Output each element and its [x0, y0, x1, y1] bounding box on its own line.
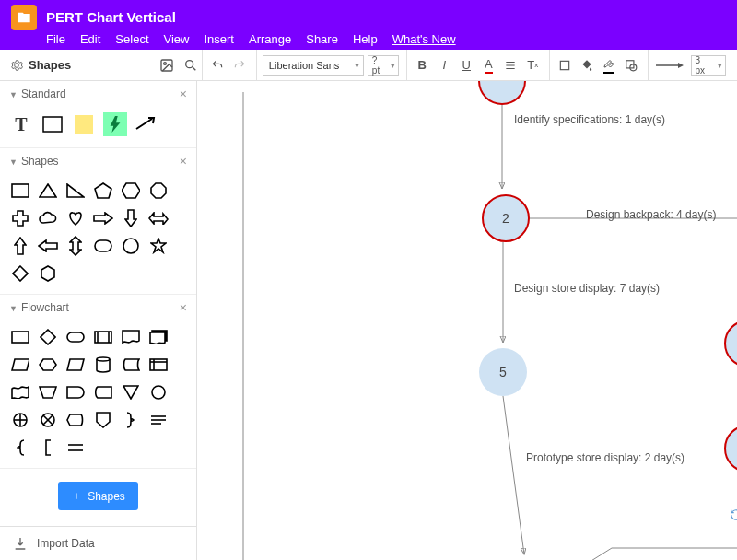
- shape-star[interactable]: [147, 235, 170, 257]
- font-family-select[interactable]: Liberation Sans: [263, 55, 364, 76]
- fc-delay[interactable]: [64, 381, 87, 403]
- std-note-icon[interactable]: [72, 112, 96, 136]
- fc-decision[interactable]: [37, 326, 59, 348]
- search-icon[interactable]: [181, 56, 200, 75]
- fc-storage[interactable]: [120, 354, 142, 376]
- shape-arrow-up[interactable]: [9, 235, 31, 257]
- image-icon[interactable]: [158, 56, 176, 75]
- fc-stored[interactable]: [92, 381, 114, 403]
- bold-icon[interactable]: B: [413, 56, 431, 75]
- fc-hex[interactable]: [37, 354, 59, 376]
- fc-manual-op[interactable]: [37, 381, 59, 403]
- fc-sum[interactable]: [37, 409, 59, 431]
- rotate-handle[interactable]: [730, 508, 737, 521]
- panel-standard-header[interactable]: ▼Standard ×: [0, 81, 196, 107]
- shape-arrow-left[interactable]: [37, 235, 59, 257]
- fc-connector[interactable]: [147, 381, 170, 403]
- shape-arrow-ud[interactable]: [64, 235, 87, 257]
- shape-rect[interactable]: [9, 180, 31, 202]
- fill-bucket-icon[interactable]: [578, 56, 596, 75]
- fc-display[interactable]: [64, 409, 87, 431]
- more-shapes-button[interactable]: ＋ Shapes: [58, 482, 138, 510]
- fc-process[interactable]: [9, 326, 31, 348]
- gear-icon[interactable]: [10, 59, 23, 72]
- shape-diamond[interactable]: [9, 262, 31, 285]
- fc-bracket[interactable]: [37, 437, 59, 459]
- menu-whats-new[interactable]: What's New: [392, 32, 456, 46]
- menu-share[interactable]: Share: [306, 32, 338, 46]
- align-icon[interactable]: [501, 56, 520, 75]
- italic-icon[interactable]: I: [435, 56, 453, 75]
- toolbar: Shapes Liberation Sans ? pt B I U A Tx 3…: [0, 50, 737, 81]
- std-arrow-icon[interactable]: [135, 112, 158, 136]
- underline-icon[interactable]: U: [457, 56, 475, 75]
- fc-merge[interactable]: [120, 381, 142, 403]
- fc-document[interactable]: [120, 326, 142, 348]
- fc-predef[interactable]: [92, 326, 114, 348]
- shape-right-tri[interactable]: [64, 180, 87, 202]
- line-width-select[interactable]: 3 px: [691, 55, 727, 76]
- menu-insert[interactable]: Insert: [204, 32, 234, 46]
- shape-options-icon[interactable]: [622, 56, 640, 75]
- shape-arrow-right[interactable]: [92, 207, 114, 229]
- close-icon[interactable]: ×: [180, 154, 187, 169]
- import-data-button[interactable]: Import Data: [0, 526, 196, 560]
- canvas[interactable]: 2 3 5 6 8 9 Identify specifications: 1 d…: [197, 81, 737, 560]
- text-color-icon[interactable]: A: [479, 56, 497, 75]
- panel-shapes-header[interactable]: ▼Shapes ×: [0, 148, 196, 174]
- fc-or[interactable]: [9, 409, 31, 431]
- edge-label[interactable]: Design store display: 7 day(s): [514, 282, 660, 295]
- shape-poly[interactable]: [37, 262, 59, 285]
- fc-lines2[interactable]: [64, 437, 87, 459]
- menu-arrange[interactable]: Arrange: [249, 32, 291, 46]
- menu-view[interactable]: View: [164, 32, 190, 46]
- std-hotspot-icon[interactable]: [103, 112, 127, 136]
- shape-circle[interactable]: [120, 235, 142, 257]
- document-title[interactable]: PERT Chart Vertical: [46, 9, 176, 25]
- font-size-select[interactable]: ? pt: [368, 55, 399, 76]
- line-style-icon[interactable]: [654, 56, 686, 75]
- shape-cross[interactable]: [9, 207, 31, 229]
- shape-hexagon[interactable]: [120, 180, 142, 202]
- redo-icon[interactable]: [230, 56, 249, 75]
- fc-data-io[interactable]: [9, 354, 31, 376]
- fc-brace-r[interactable]: [120, 409, 142, 431]
- menu-edit[interactable]: Edit: [80, 32, 100, 46]
- edge-label[interactable]: Identify specifications: 1 day(s): [514, 113, 665, 126]
- node-2[interactable]: 2: [482, 194, 530, 242]
- svg-rect-9: [12, 184, 29, 197]
- fc-terminator[interactable]: [64, 326, 87, 348]
- fc-parallel[interactable]: [64, 354, 87, 376]
- std-text-icon[interactable]: T: [9, 112, 33, 136]
- edge-label[interactable]: Design backpack: 4 day(s): [586, 208, 716, 221]
- shape-arrow-down[interactable]: [120, 207, 142, 229]
- fc-offpage[interactable]: [92, 409, 114, 431]
- shape-rounded[interactable]: [92, 235, 114, 257]
- node-5[interactable]: 5: [479, 348, 527, 396]
- panel-flowchart-header[interactable]: ▼Flowchart ×: [0, 295, 196, 321]
- std-rect-icon[interactable]: [41, 112, 64, 136]
- fc-note-lines[interactable]: [147, 409, 170, 431]
- undo-icon[interactable]: [208, 56, 227, 75]
- fc-internal[interactable]: [147, 354, 170, 376]
- menu-file[interactable]: File: [46, 32, 65, 46]
- shape-triangle[interactable]: [37, 180, 59, 202]
- close-icon[interactable]: ×: [180, 300, 187, 315]
- fc-multidoc[interactable]: [147, 326, 170, 348]
- close-icon[interactable]: ×: [180, 87, 187, 101]
- fc-brace-l[interactable]: [9, 437, 31, 459]
- border-color-icon[interactable]: [600, 56, 618, 75]
- shape-octagon[interactable]: [147, 180, 170, 202]
- shape-pentagon[interactable]: [92, 180, 114, 202]
- fc-tape[interactable]: [9, 381, 31, 403]
- text-format-icon[interactable]: Tx: [523, 56, 542, 75]
- shape-cloud[interactable]: [37, 207, 59, 229]
- shape-arrow-lr[interactable]: [147, 207, 170, 229]
- menu-help[interactable]: Help: [353, 32, 378, 46]
- menu-select[interactable]: Select: [115, 32, 148, 46]
- shapes-grid: [0, 174, 196, 294]
- shape-heart[interactable]: [64, 207, 87, 229]
- fill-rect-icon[interactable]: [556, 56, 574, 75]
- edge-label[interactable]: Prototype store display: 2 day(s): [526, 451, 684, 464]
- fc-database[interactable]: [92, 354, 114, 376]
